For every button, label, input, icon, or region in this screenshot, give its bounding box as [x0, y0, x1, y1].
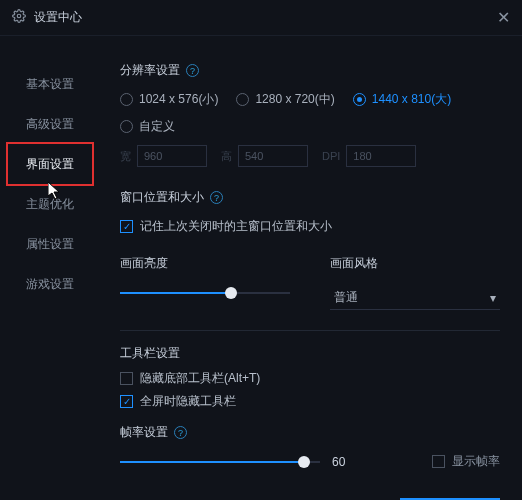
style-title: 画面风格 — [330, 255, 500, 272]
windowpos-title: 窗口位置和大小 — [120, 189, 204, 206]
window-title: 设置中心 — [34, 9, 497, 26]
sidebar-item-theme[interactable]: 主题优化 — [0, 184, 100, 224]
radio-1440[interactable]: 1440 x 810(大) — [353, 91, 451, 108]
gear-icon — [12, 9, 26, 26]
toolbar-title: 工具栏设置 — [120, 345, 500, 362]
checkbox-remember-position[interactable]: 记住上次关闭时的主窗口位置和大小 — [120, 218, 500, 235]
radio-1024[interactable]: 1024 x 576(小) — [120, 91, 218, 108]
checkbox-hide-bottom-toolbar[interactable]: 隐藏底部工具栏(Alt+T) — [120, 370, 500, 387]
height-prefix: 高 — [221, 149, 232, 164]
width-prefix: 宽 — [120, 149, 131, 164]
close-icon[interactable]: ✕ — [497, 8, 510, 27]
sidebar-item-game[interactable]: 游戏设置 — [0, 264, 100, 304]
fps-title: 帧率设置 — [120, 424, 168, 441]
sidebar-item-interface[interactable]: 界面设置 — [8, 144, 92, 184]
resolution-title: 分辨率设置 — [120, 62, 180, 79]
brightness-title: 画面亮度 — [120, 255, 290, 272]
radio-custom[interactable]: 自定义 — [120, 118, 175, 135]
dpi-prefix: DPI — [322, 150, 340, 162]
sidebar-item-basic[interactable]: 基本设置 — [0, 64, 100, 104]
height-input[interactable] — [238, 145, 308, 167]
radio-1280[interactable]: 1280 x 720(中) — [236, 91, 334, 108]
fps-slider[interactable] — [120, 455, 320, 469]
checkbox-icon — [120, 395, 133, 408]
sidebar-item-advanced[interactable]: 高级设置 — [0, 104, 100, 144]
help-icon[interactable]: ? — [186, 64, 199, 77]
sidebar: 基本设置 高级设置 界面设置 主题优化 属性设置 游戏设置 — [0, 36, 100, 500]
chevron-down-icon: ▾ — [490, 291, 496, 305]
checkbox-show-fps[interactable]: 显示帧率 — [432, 453, 500, 470]
svg-point-0 — [17, 14, 21, 18]
brightness-slider[interactable] — [120, 286, 290, 300]
sidebar-item-property[interactable]: 属性设置 — [0, 224, 100, 264]
checkbox-icon — [432, 455, 445, 468]
dpi-input[interactable] — [346, 145, 416, 167]
checkbox-icon — [120, 372, 133, 385]
checkbox-hide-fullscreen-toolbar[interactable]: 全屏时隐藏工具栏 — [120, 393, 500, 410]
help-icon[interactable]: ? — [210, 191, 223, 204]
fps-value: 60 — [332, 455, 362, 469]
width-input[interactable] — [137, 145, 207, 167]
help-icon[interactable]: ? — [174, 426, 187, 439]
checkbox-icon — [120, 220, 133, 233]
style-select[interactable]: 普通 ▾ — [330, 286, 500, 310]
